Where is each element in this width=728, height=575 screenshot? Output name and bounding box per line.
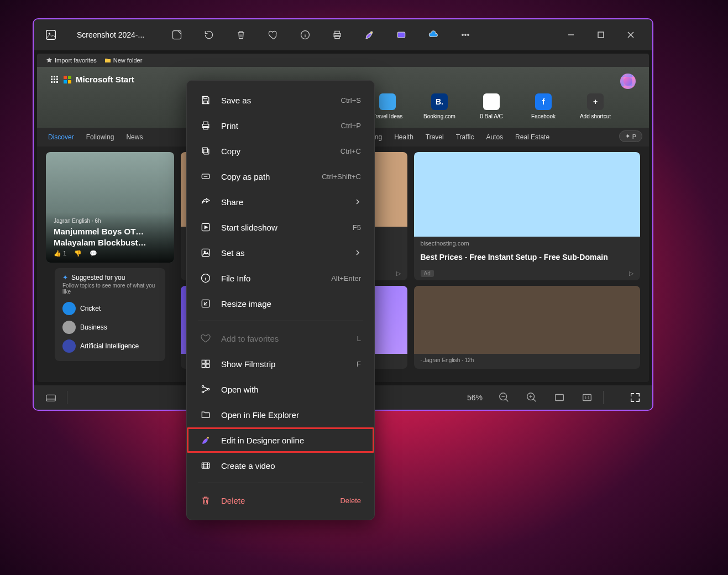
apps-grid-icon (50, 75, 59, 84)
designer-button[interactable] (363, 29, 375, 41)
nav-health[interactable]: Health (394, 133, 413, 141)
menu-open-in-file-explorer[interactable]: Open in File Explorer (187, 402, 374, 427)
favorite-button[interactable] (267, 29, 279, 41)
photos-app-icon (45, 29, 57, 41)
close-button[interactable] (627, 31, 635, 39)
onedrive-button[interactable] (427, 29, 439, 41)
rotate-button[interactable] (203, 29, 215, 41)
nav-following[interactable]: Following (86, 133, 114, 141)
suggested-title: Suggested for you (71, 274, 125, 281)
filmstrip-toggle[interactable] (45, 391, 57, 404)
menu-save-as[interactable]: Save asCtrl+S (187, 87, 374, 113)
toolbar (171, 29, 472, 41)
nav-autos[interactable]: Autos (486, 133, 503, 141)
menu-open-with[interactable]: Open with (187, 377, 374, 402)
info-button[interactable] (299, 29, 311, 41)
actual-size-button[interactable]: 1:1 (581, 391, 593, 404)
feed-card[interactable]: bisecthosting.com Best Prices - Free Ins… (414, 152, 641, 280)
svg-rect-33 (202, 249, 209, 256)
fullscreen-button[interactable] (629, 391, 641, 404)
folder-icon (104, 57, 111, 64)
comment-icon[interactable]: 💬 (90, 250, 97, 257)
sparkle-icon: ✦ (62, 274, 68, 281)
copilot-button[interactable] (620, 74, 636, 89)
svg-point-43 (207, 388, 209, 390)
shortcut-travel-ideas[interactable]: Travel Ideas (371, 93, 404, 119)
context-menu-separator (198, 483, 363, 483)
shortcut-0-bal-a/c[interactable]: 0 Bal A/C (475, 93, 508, 119)
menu-edit-in-designer-online[interactable]: Edit in Designer online (187, 427, 374, 453)
like-icon[interactable]: 👍 1 (54, 250, 66, 257)
shortcut-booking.com[interactable]: B.Booking.com (423, 93, 456, 119)
nav-real estate[interactable]: Real Estate (515, 133, 549, 141)
window-title: Screenshot 2024-... (77, 30, 154, 39)
svg-rect-26 (556, 395, 564, 401)
svg-point-6 (462, 34, 464, 36)
more-button[interactable] (459, 29, 472, 41)
nav-traffic[interactable]: Traffic (456, 133, 474, 141)
svg-rect-0 (46, 30, 56, 40)
nav-news[interactable]: News (126, 133, 143, 141)
nav-discover[interactable]: Discover (48, 133, 74, 141)
context-menu: Save asCtrl+SPrintCtrl+PCopyCtrl+CCopy a… (186, 80, 375, 520)
print-button[interactable] (331, 29, 343, 41)
zoom-out-button[interactable] (498, 391, 510, 404)
new-folder-label: New folder (113, 57, 143, 64)
clipchamp-button[interactable] (395, 29, 407, 41)
suggested-panel: ✦ Suggested for you Follow topics to see… (55, 268, 165, 361)
zoom-in-button[interactable] (526, 391, 538, 404)
new-folder[interactable]: New folder (104, 57, 143, 64)
feed-card[interactable]: · Jagran English · 12h (414, 286, 641, 369)
svg-rect-2 (173, 31, 181, 39)
svg-rect-45 (202, 463, 209, 468)
menu-share[interactable]: Share (187, 189, 374, 215)
svg-rect-29 (204, 149, 209, 154)
svg-point-41 (202, 385, 203, 387)
hero-card[interactable]: Jagran English · 6h Manjummel Boys OT… M… (46, 152, 174, 263)
delete-button[interactable] (235, 29, 247, 41)
ms-start-logo[interactable]: Microsoft Start (50, 75, 134, 84)
shortcut-facebook[interactable]: fFacebook (527, 93, 560, 119)
maximize-button[interactable] (597, 31, 605, 39)
menu-start-slideshow[interactable]: Start slideshowF5 (187, 215, 374, 240)
favorites-bar: Import favorites New folder (37, 54, 649, 67)
menu-copy-as-path[interactable]: Copy as pathCtrl+Shift+C (187, 164, 374, 189)
suggested-topic[interactable]: Cricket (62, 299, 158, 318)
svg-rect-38 (206, 360, 210, 363)
nav-travel[interactable]: Travel (426, 133, 444, 141)
menu-show-filmstrip[interactable]: Show FilmstripF (187, 351, 374, 377)
svg-point-8 (468, 34, 469, 36)
menu-delete[interactable]: DeleteDelete (187, 488, 374, 513)
menu-set-as[interactable]: Set as (187, 240, 374, 265)
svg-point-1 (49, 33, 50, 34)
menu-file-info[interactable]: File InfoAlt+Enter (187, 265, 374, 291)
svg-rect-18 (56, 81, 58, 83)
svg-rect-17 (54, 81, 55, 83)
dislike-icon[interactable]: 👎 (74, 250, 82, 257)
personalize-pill[interactable]: ✦P (619, 130, 642, 142)
edit-image-button[interactable] (171, 29, 183, 41)
svg-rect-10 (51, 76, 53, 77)
menu-print[interactable]: PrintCtrl+P (187, 113, 374, 138)
menu-add-to-favorites: Add to favoritesL (187, 326, 374, 351)
svg-rect-21 (64, 80, 67, 83)
menu-copy[interactable]: CopyCtrl+C (187, 138, 374, 164)
hero-headline: Manjummel Boys OT… Malayalam Blockbust… (54, 224, 166, 250)
svg-rect-15 (56, 79, 58, 80)
menu-resize-image[interactable]: Resize image (187, 291, 374, 316)
suggested-topic[interactable]: Artificial Intelligence (62, 337, 158, 356)
star-icon (46, 57, 53, 64)
svg-rect-16 (51, 81, 53, 83)
svg-rect-11 (54, 76, 55, 77)
suggested-topic[interactable]: Business (62, 318, 158, 337)
svg-rect-13 (51, 79, 53, 80)
svg-rect-9 (598, 32, 604, 38)
fit-button[interactable] (553, 391, 565, 404)
shortcut-add-shortcut[interactable]: +Add shortcut (579, 93, 612, 119)
svg-rect-39 (202, 364, 205, 368)
menu-create-a-video[interactable]: Create a video (187, 453, 374, 478)
import-favorites[interactable]: Import favorites (46, 57, 97, 64)
svg-rect-30 (202, 148, 207, 153)
minimize-button[interactable] (567, 31, 575, 39)
svg-rect-14 (54, 79, 55, 80)
